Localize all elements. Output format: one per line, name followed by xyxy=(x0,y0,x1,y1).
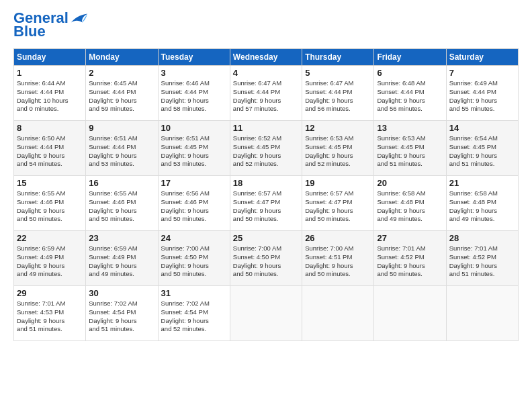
day-number: 27 xyxy=(377,233,443,243)
day-cell: 7Sunrise: 6:49 AMSunset: 4:44 PMDaylight… xyxy=(446,66,518,121)
day-cell: 20Sunrise: 6:58 AMSunset: 4:48 PMDayligh… xyxy=(374,176,446,231)
day-number: 18 xyxy=(233,178,299,188)
day-number: 23 xyxy=(89,233,154,243)
day-info: Sunrise: 6:55 AMSunset: 4:46 PMDaylight:… xyxy=(89,189,154,224)
day-number: 9 xyxy=(89,123,154,133)
day-cell: 30Sunrise: 7:02 AMSunset: 4:54 PMDayligh… xyxy=(86,286,158,341)
day-cell: 15Sunrise: 6:55 AMSunset: 4:46 PMDayligh… xyxy=(14,176,86,231)
day-info: Sunrise: 7:01 AMSunset: 4:52 PMDaylight:… xyxy=(377,244,443,279)
day-header-monday: Monday xyxy=(86,49,158,66)
day-info: Sunrise: 6:53 AMSunset: 4:45 PMDaylight:… xyxy=(377,134,443,169)
day-number: 3 xyxy=(161,68,227,78)
day-cell: 16Sunrise: 6:55 AMSunset: 4:46 PMDayligh… xyxy=(86,176,158,231)
day-cell: 8Sunrise: 6:50 AMSunset: 4:44 PMDaylight… xyxy=(14,121,86,176)
day-cell xyxy=(446,286,518,341)
day-cell: 19Sunrise: 6:57 AMSunset: 4:47 PMDayligh… xyxy=(302,176,374,231)
day-info: Sunrise: 6:57 AMSunset: 4:47 PMDaylight:… xyxy=(233,189,299,224)
day-number: 17 xyxy=(161,178,227,188)
day-cell: 6Sunrise: 6:48 AMSunset: 4:44 PMDaylight… xyxy=(374,66,446,121)
day-info: Sunrise: 7:02 AMSunset: 4:54 PMDaylight:… xyxy=(161,300,227,334)
day-number: 14 xyxy=(449,123,515,133)
day-cell: 18Sunrise: 6:57 AMSunset: 4:47 PMDayligh… xyxy=(230,176,302,231)
week-row-5: 29Sunrise: 7:01 AMSunset: 4:53 PMDayligh… xyxy=(14,286,519,341)
day-info: Sunrise: 6:49 AMSunset: 4:44 PMDaylight:… xyxy=(449,79,515,113)
day-number: 16 xyxy=(89,178,154,188)
day-info: Sunrise: 7:00 AMSunset: 4:50 PMDaylight:… xyxy=(233,244,299,279)
day-number: 5 xyxy=(305,68,371,78)
day-header-sunday: Sunday xyxy=(14,49,86,66)
day-cell: 23Sunrise: 6:59 AMSunset: 4:49 PMDayligh… xyxy=(86,231,158,286)
day-info: Sunrise: 6:51 AMSunset: 4:45 PMDaylight:… xyxy=(161,134,227,169)
day-info: Sunrise: 6:46 AMSunset: 4:44 PMDaylight:… xyxy=(161,79,227,113)
day-cell: 2Sunrise: 6:45 AMSunset: 4:44 PMDaylight… xyxy=(86,66,158,121)
day-info: Sunrise: 7:01 AMSunset: 4:52 PMDaylight:… xyxy=(449,244,515,279)
day-cell: 28Sunrise: 7:01 AMSunset: 4:52 PMDayligh… xyxy=(446,231,518,286)
day-info: Sunrise: 6:52 AMSunset: 4:45 PMDaylight:… xyxy=(233,134,299,169)
day-cell: 1Sunrise: 6:44 AMSunset: 4:44 PMDaylight… xyxy=(14,66,86,121)
day-info: Sunrise: 6:45 AMSunset: 4:44 PMDaylight:… xyxy=(89,79,154,113)
day-info: Sunrise: 6:59 AMSunset: 4:49 PMDaylight:… xyxy=(17,244,83,279)
day-header-tuesday: Tuesday xyxy=(158,49,230,66)
day-cell xyxy=(230,286,302,341)
day-number: 30 xyxy=(89,288,154,298)
day-info: Sunrise: 6:47 AMSunset: 4:44 PMDaylight:… xyxy=(305,79,371,113)
week-row-4: 22Sunrise: 6:59 AMSunset: 4:49 PMDayligh… xyxy=(14,231,519,286)
day-number: 8 xyxy=(17,123,83,133)
day-cell: 31Sunrise: 7:02 AMSunset: 4:54 PMDayligh… xyxy=(158,286,230,341)
day-cell xyxy=(302,286,374,341)
day-cell: 4Sunrise: 6:47 AMSunset: 4:44 PMDaylight… xyxy=(230,66,302,121)
day-info: Sunrise: 7:02 AMSunset: 4:54 PMDaylight:… xyxy=(89,300,154,334)
day-info: Sunrise: 6:48 AMSunset: 4:44 PMDaylight:… xyxy=(377,79,443,113)
header: General Blue xyxy=(13,11,519,40)
day-cell: 27Sunrise: 7:01 AMSunset: 4:52 PMDayligh… xyxy=(374,231,446,286)
day-info: Sunrise: 6:57 AMSunset: 4:47 PMDaylight:… xyxy=(305,189,371,224)
day-cell: 29Sunrise: 7:01 AMSunset: 4:53 PMDayligh… xyxy=(14,286,86,341)
day-number: 12 xyxy=(305,123,371,133)
day-info: Sunrise: 7:00 AMSunset: 4:50 PMDaylight:… xyxy=(161,244,227,279)
day-number: 6 xyxy=(377,68,443,78)
day-cell: 25Sunrise: 7:00 AMSunset: 4:50 PMDayligh… xyxy=(230,231,302,286)
day-info: Sunrise: 6:51 AMSunset: 4:44 PMDaylight:… xyxy=(89,134,154,169)
day-header-thursday: Thursday xyxy=(302,49,374,66)
day-number: 15 xyxy=(17,178,83,188)
day-number: 26 xyxy=(305,233,371,243)
day-cell: 3Sunrise: 6:46 AMSunset: 4:44 PMDaylight… xyxy=(158,66,230,121)
day-info: Sunrise: 6:53 AMSunset: 4:45 PMDaylight:… xyxy=(305,134,371,169)
day-cell xyxy=(374,286,446,341)
day-cell: 11Sunrise: 6:52 AMSunset: 4:45 PMDayligh… xyxy=(230,121,302,176)
day-info: Sunrise: 7:00 AMSunset: 4:51 PMDaylight:… xyxy=(305,244,371,279)
day-info: Sunrise: 6:56 AMSunset: 4:46 PMDaylight:… xyxy=(161,189,227,224)
day-number: 2 xyxy=(89,68,154,78)
day-cell: 26Sunrise: 7:00 AMSunset: 4:51 PMDayligh… xyxy=(302,231,374,286)
days-header-row: SundayMondayTuesdayWednesdayThursdayFrid… xyxy=(14,49,519,66)
day-cell: 24Sunrise: 7:00 AMSunset: 4:50 PMDayligh… xyxy=(158,231,230,286)
day-number: 7 xyxy=(449,68,515,78)
day-info: Sunrise: 6:58 AMSunset: 4:48 PMDaylight:… xyxy=(377,189,443,224)
day-info: Sunrise: 6:50 AMSunset: 4:44 PMDaylight:… xyxy=(17,134,83,169)
day-number: 19 xyxy=(305,178,371,188)
day-number: 13 xyxy=(377,123,443,133)
calendar-table: SundayMondayTuesdayWednesdayThursdayFrid… xyxy=(13,48,519,341)
day-cell: 13Sunrise: 6:53 AMSunset: 4:45 PMDayligh… xyxy=(374,121,446,176)
day-cell: 9Sunrise: 6:51 AMSunset: 4:44 PMDaylight… xyxy=(86,121,158,176)
week-row-2: 8Sunrise: 6:50 AMSunset: 4:44 PMDaylight… xyxy=(14,121,519,176)
day-info: Sunrise: 6:55 AMSunset: 4:46 PMDaylight:… xyxy=(17,189,83,224)
week-row-1: 1Sunrise: 6:44 AMSunset: 4:44 PMDaylight… xyxy=(14,66,519,121)
day-info: Sunrise: 6:59 AMSunset: 4:49 PMDaylight:… xyxy=(89,244,154,279)
week-row-3: 15Sunrise: 6:55 AMSunset: 4:46 PMDayligh… xyxy=(14,176,519,231)
day-header-friday: Friday xyxy=(374,49,446,66)
day-number: 22 xyxy=(17,233,83,243)
day-cell: 10Sunrise: 6:51 AMSunset: 4:45 PMDayligh… xyxy=(158,121,230,176)
day-info: Sunrise: 6:58 AMSunset: 4:48 PMDaylight:… xyxy=(449,189,515,224)
day-number: 1 xyxy=(17,68,83,78)
day-cell: 5Sunrise: 6:47 AMSunset: 4:44 PMDaylight… xyxy=(302,66,374,121)
day-number: 11 xyxy=(233,123,299,133)
day-number: 31 xyxy=(161,288,227,298)
logo-bird-icon xyxy=(70,11,89,26)
day-cell: 17Sunrise: 6:56 AMSunset: 4:46 PMDayligh… xyxy=(158,176,230,231)
calendar-container: General Blue SundayMondayTuesdayWednesda… xyxy=(0,0,532,349)
day-header-saturday: Saturday xyxy=(446,49,518,66)
day-number: 25 xyxy=(233,233,299,243)
day-number: 29 xyxy=(17,288,83,298)
day-cell: 22Sunrise: 6:59 AMSunset: 4:49 PMDayligh… xyxy=(14,231,86,286)
